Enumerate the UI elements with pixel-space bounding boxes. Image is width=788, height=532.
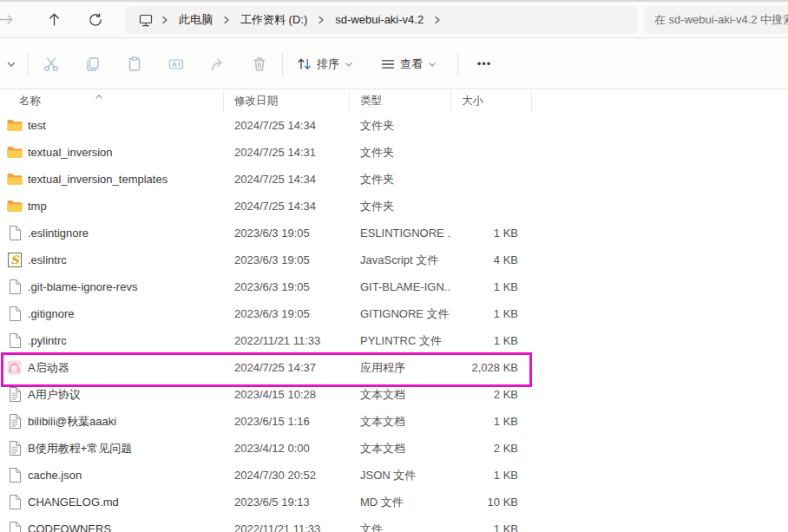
file-name: A用户协议 [28,387,81,403]
file-date-modified: 2024/7/30 20:52 [224,469,350,482]
file-date-modified: 2024/7/25 14:34 [224,173,350,186]
refresh-icon [88,12,103,28]
file-date-modified: 2023/6/3 19:05 [224,280,350,293]
file-size: 1 KB [451,280,525,293]
ellipsis-icon: ••• [477,57,492,70]
file-row[interactable]: CHANGELOG.md2023/6/5 19:13MD 文件10 KB [0,489,788,516]
file-date-modified: 2023/6/3 19:05 [224,227,350,240]
file-date-modified: 2022/11/21 11:33 [224,334,350,347]
file-icon [6,495,23,510]
file-type: 文件夹 [350,199,451,214]
navigation-bar: 此电脑工作资料 (D:)sd-webui-aki-v4.2 [0,2,788,38]
column-header-date-modified[interactable]: 修改日期 [224,90,350,112]
view-icon [380,56,396,72]
file-explorer-window: 此电脑工作资料 (D:)sd-webui-aki-v4.2 [0,0,788,532]
file-date-modified: 2023/6/3 19:05 [224,307,350,320]
file-date-modified: 2023/4/15 10:28 [224,388,350,401]
file-date-modified: 2024/7/25 14:37 [224,361,350,374]
file-row[interactable]: cache.json2024/7/30 20:52JSON 文件1 KB [0,462,788,489]
search-input[interactable] [644,6,788,34]
copy-button[interactable] [72,48,114,81]
search-box[interactable] [644,6,788,34]
share-icon [209,56,227,73]
file-row[interactable]: B使用教程+常见问题2023/4/12 0:00文本文档2 KB [0,435,788,462]
sort-button[interactable]: 排序 [288,48,362,81]
file-row[interactable]: S.eslintrc2023/6/3 19:05JavaScript 文件4 K… [0,246,788,273]
file-size: 1 KB [451,522,525,532]
paste-icon [126,56,143,73]
cut-button[interactable] [30,48,72,81]
file-row[interactable]: bilibili@秋葉aaaki2023/6/15 1:16文本文档1 KB [0,408,788,435]
breadcrumb-chevron-icon [218,14,235,26]
file-date-modified: 2024/7/25 14:31 [224,146,350,159]
file-icon [6,306,23,322]
breadcrumb-item[interactable]: 此电脑 [174,9,218,31]
file-icon [6,468,23,483]
folder-icon [6,172,23,187]
address-bar[interactable]: 此电脑工作资料 (D:)sd-webui-aki-v4.2 [125,6,637,34]
file-date-modified: 2024/7/25 14:34 [224,200,350,213]
file-row[interactable]: test2024/7/25 14:34文件夹 [0,112,788,139]
breadcrumb: 此电脑工作资料 (D:)sd-webui-aki-v4.2 [156,9,446,31]
file-type: 文本文档 [350,414,451,430]
file-icon [6,279,23,295]
file-row[interactable]: .eslintignore2023/6/3 19:05ESLINTIGNORE … [0,220,788,246]
column-header-type[interactable]: 类型 [350,90,451,112]
forward-button[interactable] [0,7,16,33]
column-header-row: 名称 修改日期 类型 大小 [0,90,788,112]
breadcrumb-item[interactable]: 工作资料 (D:) [235,9,312,31]
new-menu-button[interactable] [2,49,21,80]
file-row[interactable]: tmp2024/7/25 14:34文件夹 [0,193,788,220]
file-icon [6,522,23,532]
file-date-modified: 2023/6/15 1:16 [224,415,350,428]
svg-text:S: S [10,253,20,266]
breadcrumb-item[interactable]: sd-webui-aki-v4.2 [330,10,429,30]
sort-icon [296,56,312,72]
column-header-name[interactable]: 名称 [0,90,224,112]
file-row[interactable]: .pylintrc2022/11/21 11:33PYLINTRC 文件1 KB [0,327,788,354]
view-button[interactable]: 查看 [372,48,445,81]
file-name: .pylintrc [28,334,67,347]
file-type: 文件夹 [350,145,451,161]
file-size: 2 KB [451,442,525,455]
view-button-label: 查看 [400,56,423,72]
file-type: 文件夹 [350,172,451,187]
breadcrumb-chevron-icon [156,14,174,26]
file-name: bilibili@秋葉aaaki [28,414,116,430]
file-date-modified: 2024/7/25 14:34 [224,119,350,132]
file-name: cache.json [28,469,82,482]
file-size: 1 KB [451,469,525,482]
paste-button[interactable] [114,48,155,81]
file-size: 1 KB [451,334,525,347]
file-date-modified: 2023/4/12 0:00 [224,442,350,455]
file-row[interactable]: textual_inversion2024/7/25 14:31文件夹 [0,139,788,166]
file-icon [6,333,23,349]
more-options-button[interactable]: ••• [467,48,502,81]
column-header-label: 修改日期 [234,94,278,108]
rename-button[interactable] [155,48,197,81]
file-name: tmp [28,200,47,213]
file-type: JSON 文件 [350,468,451,483]
refresh-button[interactable] [85,7,106,33]
delete-button[interactable] [239,48,280,81]
share-button[interactable] [197,48,239,81]
file-row[interactable]: CODEOWNERS2022/11/21 11:33文件1 KB [0,516,788,532]
file-row[interactable]: textual_inversion_templates2024/7/25 14:… [0,166,788,193]
file-size: 1 KB [451,307,525,320]
up-button[interactable] [43,7,64,33]
breadcrumb-chevron-icon [429,14,446,26]
copy-icon [84,56,102,73]
file-row[interactable]: A用户协议2023/4/15 10:28文本文档2 KB [0,381,788,408]
column-header-size[interactable]: 大小 [451,90,532,112]
file-name: .eslintignore [28,227,89,240]
chevron-down-icon [5,58,17,70]
file-row[interactable]: .gitignore2023/6/3 19:05GITIGNORE 文件1 KB [0,300,788,327]
folder-icon [6,199,23,214]
file-size: 1 KB [451,227,525,240]
column-header-label: 大小 [462,94,483,108]
file-row-highlighted[interactable]: A启动器2024/7/25 14:37应用程序2,028 KB [0,354,788,381]
up-arrow-icon [46,11,62,28]
file-icon [6,226,23,241]
file-row[interactable]: .git-blame-ignore-revs2023/6/3 19:05GIT-… [0,273,788,300]
file-list: test2024/7/25 14:34文件夹textual_inversion2… [0,112,788,532]
